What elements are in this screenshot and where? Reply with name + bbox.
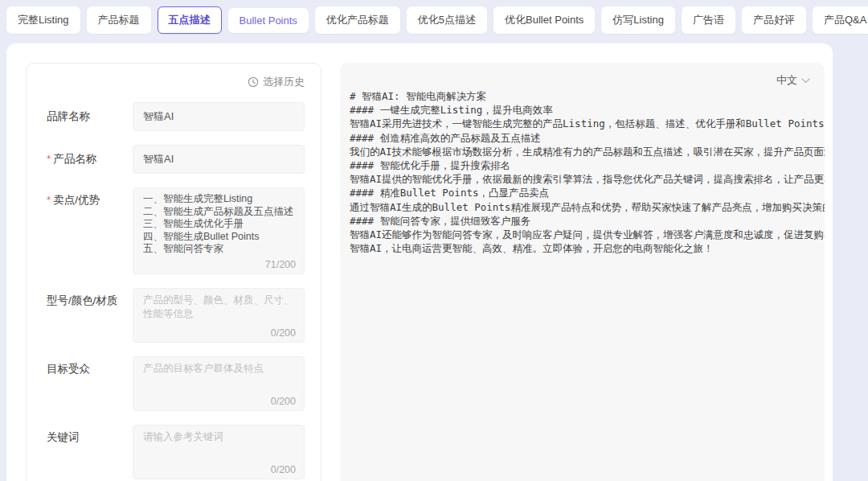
- form-row-selling-points: *卖点/优势一、智能生成完整Listing 二、智能生成产品标题及五点描述 三、…: [47, 187, 305, 274]
- char-counter: 71/200: [265, 259, 296, 270]
- main-card: 选择历史 品牌名称智猫AI*产品名称智猫AI*卖点/优势一、智能生成完整List…: [6, 43, 833, 481]
- field-label-text: 型号/颜色/材质: [47, 294, 118, 306]
- field-value: 智猫AI: [143, 152, 174, 166]
- tab-产品标题[interactable]: 产品标题: [87, 6, 151, 34]
- select-history-button[interactable]: 选择历史: [47, 75, 305, 89]
- field-placeholder: 请输入参考关键词: [143, 430, 294, 444]
- tab-产品好评[interactable]: 产品好评: [742, 6, 806, 34]
- form-row-product-name: *产品名称智猫AI: [47, 145, 305, 174]
- keywords-textarea[interactable]: 请输入参考关键词0/200: [133, 425, 305, 479]
- field-label-text: 产品名称: [53, 153, 96, 165]
- output-line: 智猫AI还能够作为智能问答专家，及时响应客户疑问，提供专业解答，增强客户满意度和…: [350, 228, 825, 241]
- form-row-brand-name: 品牌名称智猫AI: [47, 102, 305, 131]
- required-asterisk: *: [47, 153, 51, 165]
- field-placeholder: 产品的目标客户群体及特点: [143, 362, 294, 376]
- brand-name-input[interactable]: 智猫AI: [133, 102, 305, 131]
- char-counter: 0/200: [271, 464, 296, 475]
- product-name-input[interactable]: 智猫AI: [133, 145, 305, 174]
- output-line: 通过智猫AI生成的Bullet Points精准展现产品特点和优势，帮助买家快速…: [350, 200, 825, 214]
- clock-history-icon: [248, 76, 259, 88]
- language-selector[interactable]: 中文: [776, 73, 810, 88]
- form-row-target-audience: 目标受众产品的目标客户群体及特点0/200: [47, 356, 305, 411]
- generated-output-panel: 中文 # 智猫AI: 智能电商解决方案#### 一键生成完整Listing，提升…: [340, 63, 825, 481]
- field-label-text: 目标受众: [47, 363, 90, 375]
- select-history-label: 选择历史: [263, 75, 305, 89]
- field-label-product-name: *产品名称: [47, 145, 133, 174]
- selling-points-textarea[interactable]: 一、智能生成完整Listing 二、智能生成产品标题及五点描述 三、智能生成优化…: [133, 187, 305, 274]
- output-line: #### 精准Bullet Points，凸显产品卖点: [350, 186, 825, 199]
- field-label-target-audience: 目标受众: [47, 356, 133, 411]
- tab-优化Bullet Points[interactable]: 优化Bullet Points: [493, 6, 595, 34]
- tab-五点描述[interactable]: 五点描述: [158, 6, 222, 34]
- output-line: 我们的AI技术能够根据市场数据分析，生成精准有力的产品标题和五点描述，吸引潜在买…: [350, 145, 825, 158]
- output-line: # 智猫AI: 智能电商解决方案: [350, 89, 825, 103]
- tab-仿写Listing[interactable]: 仿写Listing: [601, 6, 675, 34]
- form-row-model-color-material: 型号/颜色/材质产品的型号、颜色、材质、尺寸、性能等信息0/200: [47, 288, 305, 343]
- field-label-model-color-material: 型号/颜色/材质: [47, 288, 133, 343]
- output-line: #### 智能问答专家，提供细致客户服务: [350, 214, 825, 228]
- output-line: #### 智能优化手册，提升搜索排名: [350, 158, 825, 172]
- field-label-text: 关键词: [47, 431, 80, 443]
- tab-Bullet Points[interactable]: Bullet Points: [228, 8, 309, 33]
- language-selected-label: 中文: [776, 73, 797, 88]
- field-label-selling-points: *卖点/优势: [47, 187, 133, 274]
- output-line: #### 创造精准高效的产品标题及五点描述: [350, 131, 825, 145]
- char-counter: 0/200: [271, 396, 296, 407]
- field-label-text: 品牌名称: [47, 110, 90, 122]
- input-form-panel: 选择历史 品牌名称智猫AI*产品名称智猫AI*卖点/优势一、智能生成完整List…: [26, 63, 321, 481]
- required-asterisk: *: [47, 194, 51, 206]
- tab-完整Listing[interactable]: 完整Listing: [6, 6, 80, 34]
- output-line: 智猫AI，让电商运营更智能、高效、精准。立即体验，开启您的电商智能化之旅！: [350, 241, 825, 255]
- field-label-text: 卖点/优势: [53, 194, 100, 206]
- tab-广告语[interactable]: 广告语: [682, 6, 735, 34]
- form-rows: 品牌名称智猫AI*产品名称智猫AI*卖点/优势一、智能生成完整Listing 二…: [47, 102, 305, 479]
- char-counter: 0/200: [271, 327, 296, 339]
- form-row-keywords: 关键词请输入参考关键词0/200: [47, 425, 305, 479]
- field-placeholder: 产品的型号、颜色、材质、尺寸、性能等信息: [143, 294, 294, 321]
- output-line: 智猫AI提供的智能优化手册，依据最新的搜索引擎算法，指导您优化产品关键词，提高搜…: [350, 172, 825, 186]
- tab-优化5点描述[interactable]: 优化5点描述: [407, 6, 487, 34]
- feature-tabbar: 完整Listing产品标题五点描述Bullet Points优化产品标题优化5点…: [6, 6, 868, 34]
- chevron-down-icon: [801, 78, 810, 84]
- tab-优化产品标题[interactable]: 优化产品标题: [315, 6, 400, 34]
- field-value: 智猫AI: [143, 109, 174, 124]
- field-label-keywords: 关键词: [47, 425, 133, 479]
- generated-listing-text: # 智猫AI: 智能电商解决方案#### 一键生成完整Listing，提升电商效…: [350, 89, 825, 255]
- target-audience-textarea[interactable]: 产品的目标客户群体及特点0/200: [133, 356, 305, 411]
- model-color-material-textarea[interactable]: 产品的型号、颜色、材质、尺寸、性能等信息0/200: [133, 288, 305, 343]
- tab-产品Q&A[interactable]: 产品Q&A: [813, 6, 868, 34]
- field-label-brand-name: 品牌名称: [47, 102, 133, 131]
- field-value: 一、智能生成完整Listing 二、智能生成产品标题及五点描述 三、智能生成优化…: [143, 193, 294, 256]
- output-line: #### 一键生成完整Listing，提升电商效率: [350, 103, 825, 117]
- output-line: 智猫AI采用先进技术，一键智能生成完整的产品Listing，包括标题、描述、优化…: [350, 117, 825, 130]
